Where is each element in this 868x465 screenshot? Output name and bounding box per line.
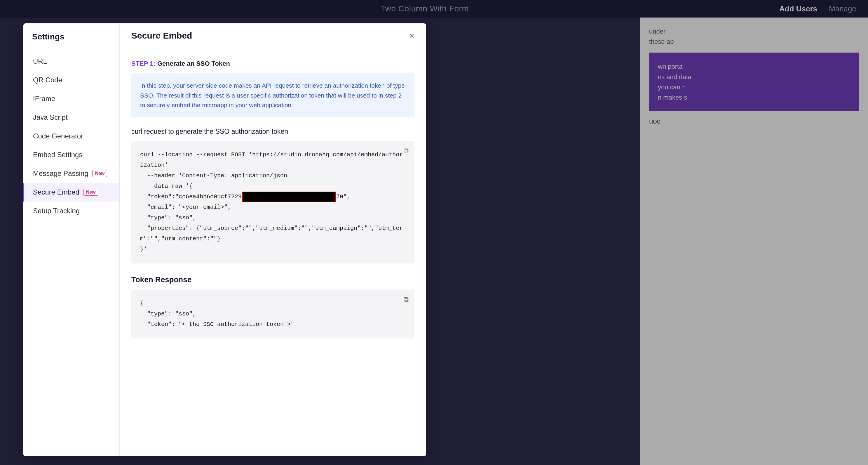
step-label: STEP 1: Generate an SSO Token xyxy=(131,60,414,67)
sidebar-item-label-secure-embed: Secure Embed xyxy=(33,188,80,196)
info-box: In this step, your server-side code make… xyxy=(131,73,414,117)
step-number: STEP 1: xyxy=(131,60,156,67)
close-button[interactable]: × xyxy=(409,31,414,40)
sidebar-item-setup-tracking[interactable]: Setup Tracking xyxy=(23,202,119,220)
redacted-token xyxy=(242,192,336,202)
curl-copy-button[interactable]: ⧉ xyxy=(404,147,409,155)
sidebar-title: Settings xyxy=(23,32,119,49)
settings-modal: Settings URLQR CodeIFrameJava ScriptCode… xyxy=(23,23,426,456)
sidebar-item-message-passing[interactable]: Message PassingNew xyxy=(23,164,119,183)
curl-section-label: curl request to generate the SSO authori… xyxy=(131,128,414,136)
sidebar-item-javascript[interactable]: Java Script xyxy=(23,108,119,127)
step-title: Generate an SSO Token xyxy=(157,60,230,67)
new-badge-message-passing: New xyxy=(92,170,107,177)
settings-sidebar: Settings URLQR CodeIFrameJava ScriptCode… xyxy=(23,23,120,456)
sidebar-item-embed-settings[interactable]: Embed Settings xyxy=(23,145,119,164)
sidebar-item-label-url: URL xyxy=(33,57,47,65)
sidebar-item-label-javascript: Java Script xyxy=(33,113,68,121)
sidebar-item-qr-code[interactable]: QR Code xyxy=(23,71,119,89)
sidebar-item-label-qr-code: QR Code xyxy=(33,76,62,84)
modal-main-content: Secure Embed × STEP 1: Generate an SSO T… xyxy=(120,23,426,456)
sidebar-nav: URLQR CodeIFrameJava ScriptCode Generato… xyxy=(23,52,119,220)
info-box-text: In this step, your server-side code make… xyxy=(140,81,406,110)
modal-title: Secure Embed xyxy=(131,31,192,40)
sidebar-item-iframe[interactable]: IFrame xyxy=(23,89,119,108)
sidebar-item-label-setup-tracking: Setup Tracking xyxy=(33,207,80,215)
sidebar-item-label-code-generator: Code Generator xyxy=(33,132,83,140)
curl-code: curl --location --request POST 'https://… xyxy=(140,149,406,255)
sidebar-item-label-message-passing: Message Passing xyxy=(33,169,88,178)
curl-code-block: curl --location --request POST 'https://… xyxy=(131,141,414,263)
token-copy-button[interactable]: ⧉ xyxy=(404,295,409,303)
modal-header: Secure Embed × xyxy=(120,23,426,48)
modal-body: STEP 1: Generate an SSO Token In this st… xyxy=(120,48,426,456)
token-code: { "type": "sso", "token": "< the SSO aut… xyxy=(140,298,406,330)
sidebar-item-secure-embed[interactable]: Secure EmbedNew xyxy=(23,183,119,202)
token-response-block: { "type": "sso", "token": "< the SSO aut… xyxy=(131,289,414,339)
sidebar-item-label-embed-settings: Embed Settings xyxy=(33,151,82,159)
sidebar-item-label-iframe: IFrame xyxy=(33,95,55,103)
new-badge-secure-embed: New xyxy=(84,189,98,196)
token-response-title: Token Response xyxy=(131,275,414,284)
sidebar-item-url[interactable]: URL xyxy=(23,52,119,71)
sidebar-item-code-generator[interactable]: Code Generator xyxy=(23,127,119,145)
